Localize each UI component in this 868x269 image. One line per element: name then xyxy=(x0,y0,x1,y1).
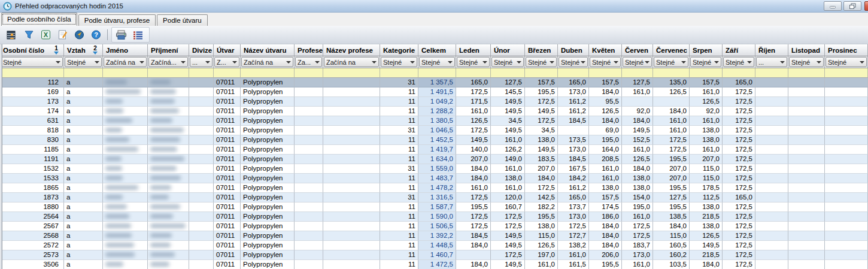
table-row[interactable]: 174a07011Polypropylen111 288,2161,0149,5… xyxy=(0,107,868,116)
table-row[interactable]: 112a07011Polypropylen311 357,5165,0127,5… xyxy=(0,78,868,87)
filter-input-m4[interactable] xyxy=(589,68,622,78)
col-header-m1[interactable]: Únor xyxy=(491,44,525,56)
filter-input-m8[interactable] xyxy=(723,68,755,78)
table-row[interactable]: 2573a07011Polypropylen111 460,7172,5197,… xyxy=(0,250,868,260)
table-row[interactable]: 1880a07011Polypropylen111 587,7195,5160,… xyxy=(0,202,868,212)
col-header-vztah[interactable]: Vztah2 xyxy=(64,44,103,56)
col-header-m9[interactable]: Říjen xyxy=(755,44,788,56)
filter-operator-dropdown-m8[interactable]: Stejné xyxy=(723,57,754,67)
table-row[interactable]: 2564a07011Polypropylen111 590,0172,5172,… xyxy=(0,212,868,222)
col-header-kategorie[interactable]: Kategorie xyxy=(380,44,418,56)
row-list-icon[interactable] xyxy=(130,28,145,41)
filter-input-m2[interactable] xyxy=(525,68,558,78)
col-header-celkem[interactable]: Celkem xyxy=(418,44,456,56)
filter-input-m0[interactable] xyxy=(456,68,491,78)
filter-input-vztah[interactable] xyxy=(64,68,103,78)
col-header-profese[interactable]: Profese xyxy=(295,44,323,56)
col-header-m4[interactable]: Květen xyxy=(589,44,622,56)
filter-operator-dropdown-prijmeni[interactable]: Začíná... xyxy=(148,57,188,67)
close-button[interactable] xyxy=(864,1,868,11)
minimize-button[interactable] xyxy=(824,1,842,11)
navigate-icon[interactable] xyxy=(72,28,86,41)
tab-podle-osobniho-cisla[interactable]: Podle osobního čísla xyxy=(1,13,77,26)
edit-icon[interactable] xyxy=(55,28,69,41)
filter-operator-dropdown-m7[interactable]: Stejné xyxy=(690,57,721,67)
filter-input-m11[interactable] xyxy=(825,68,868,78)
filter-input-utvar[interactable] xyxy=(214,68,241,78)
excel-export-icon[interactable]: X xyxy=(38,28,53,41)
filter-input-jmeno[interactable] xyxy=(103,68,148,78)
filter-input-divize[interactable] xyxy=(189,68,214,78)
table-row[interactable]: 830a07011Polypropylen111 452,5149,5161,0… xyxy=(0,135,868,145)
filter-input-m10[interactable] xyxy=(788,68,825,78)
filter-operator-dropdown-utvar[interactable]: Z... xyxy=(214,57,239,67)
filter-input-celkem[interactable] xyxy=(418,68,456,78)
col-header-osobni_cislo[interactable]: Osobní číslo1 xyxy=(0,44,64,56)
table-row[interactable]: 631a07011Polypropylen111 380,5126,534,51… xyxy=(0,116,868,126)
col-header-utvar[interactable]: Útvar xyxy=(214,44,241,56)
table-row[interactable]: 3506a07011Polypropylen111 472,5184,0149,… xyxy=(0,260,868,269)
filter-operator-dropdown-m4[interactable]: Stejné xyxy=(590,57,621,67)
filter-operator-dropdown-m10[interactable]: Stejné xyxy=(789,57,824,67)
filter-operator-dropdown-m5[interactable]: Stejné xyxy=(623,57,652,67)
filter-operator-dropdown-m2[interactable]: Stejné xyxy=(526,57,557,67)
filter-operator-dropdown-vztah[interactable]: Stejné xyxy=(65,57,102,67)
filter-operator-dropdown-m9[interactable]: ... xyxy=(756,57,787,67)
filter-input-m5[interactable] xyxy=(622,68,653,78)
help-icon[interactable]: ? xyxy=(89,28,103,41)
filter-operator-dropdown-m1[interactable]: Stejné xyxy=(491,57,524,67)
col-header-divize[interactable]: Divize xyxy=(189,44,214,56)
filter-input-m9[interactable] xyxy=(755,68,788,78)
table-row[interactable]: 1533a07011Polypropylen111 483,7184,0138,… xyxy=(0,174,868,183)
col-header-m7[interactable]: Srpen xyxy=(690,44,723,56)
table-row[interactable]: 2568a07011Polypropylen111 392,2184,5149,… xyxy=(0,231,868,241)
filter-icon[interactable] xyxy=(22,28,36,41)
table-row[interactable]: 173a07011Polypropylen111 049,2171,5149,5… xyxy=(0,97,868,107)
col-header-prijmeni[interactable]: Příjmení xyxy=(148,44,189,56)
table-row[interactable]: 1873a07011Polypropylen311 316,5172,5120,… xyxy=(0,193,868,202)
filter-input-nazev_profese[interactable] xyxy=(323,68,380,78)
filter-input-m7[interactable] xyxy=(690,68,723,78)
filter-operator-dropdown-jmeno[interactable]: Začíná na xyxy=(104,57,147,67)
filter-operator-dropdown-m6[interactable]: Stejné xyxy=(654,57,688,67)
filter-operator-dropdown-celkem[interactable]: Stejné xyxy=(419,57,455,67)
table-row[interactable]: 1865a07011Polypropylen111 478,2161,0161,… xyxy=(0,183,868,193)
filter-operator-dropdown-nazev_profese[interactable]: Začíná na xyxy=(324,57,379,67)
filter-input-nazev_utvaru[interactable] xyxy=(241,68,295,78)
filter-input-kategorie[interactable] xyxy=(380,68,418,78)
col-header-m3[interactable]: Duben xyxy=(558,44,589,56)
tab-podle-utvaru-profese[interactable]: Podle útvaru, profese xyxy=(78,14,156,26)
filter-operator-dropdown-profese[interactable]: Za... xyxy=(295,57,322,67)
table-row[interactable]: 818a07011Polypropylen311 046,5172,5149,5… xyxy=(0,126,868,135)
col-header-m2[interactable]: Březen xyxy=(525,44,558,56)
col-header-m11[interactable]: Prosinec xyxy=(825,44,868,56)
table-row[interactable]: 169a07011Polypropylen111 491,5172,5145,5… xyxy=(0,87,868,97)
tab-podle-utvaru[interactable]: Podle útvaru xyxy=(157,14,208,26)
filter-operator-dropdown-divize[interactable]: ... xyxy=(190,57,213,67)
filter-operator-dropdown-kategorie[interactable]: Stejné xyxy=(381,57,417,67)
columns-icon[interactable] xyxy=(5,28,19,41)
filter-input-m3[interactable] xyxy=(558,68,589,78)
restore-button[interactable] xyxy=(843,1,861,11)
col-header-jmeno[interactable]: Jméno xyxy=(103,44,148,56)
table-row[interactable]: 2567a07011Polypropylen111 506,5172,5172,… xyxy=(0,222,868,231)
filter-input-m6[interactable] xyxy=(653,68,690,78)
col-header-m6[interactable]: Červenec xyxy=(653,44,690,56)
table-row[interactable]: 2572a07011Polypropylen111 448,5184,0149,… xyxy=(0,241,868,250)
filter-operator-dropdown-osobni_cislo[interactable]: Stejné xyxy=(1,57,63,67)
filter-operator-dropdown-m11[interactable]: Stejné xyxy=(825,57,867,67)
col-header-m10[interactable]: Listopad xyxy=(788,44,825,56)
col-header-m0[interactable]: Leden xyxy=(456,44,491,56)
col-header-m5[interactable]: Červen xyxy=(622,44,653,56)
col-header-m8[interactable]: Září xyxy=(723,44,755,56)
filter-input-osobni_cislo[interactable] xyxy=(0,68,64,78)
filter-operator-dropdown-m0[interactable]: Stejné xyxy=(457,57,490,67)
filter-input-profese[interactable] xyxy=(295,68,323,78)
table-row[interactable]: 1185a07011Polypropylen111 419,7140,0126,… xyxy=(0,145,868,155)
filter-operator-dropdown-nazev_utvaru[interactable]: Začíná na xyxy=(241,57,293,67)
table-row[interactable]: 1191a07011Polypropylen111 634,0207,0149,… xyxy=(0,155,868,164)
col-header-nazev_profese[interactable]: Název profese xyxy=(323,44,380,56)
filter-operator-dropdown-m3[interactable]: Stejné xyxy=(559,57,588,67)
filter-input-prijmeni[interactable] xyxy=(148,68,189,78)
print-icon[interactable] xyxy=(114,28,128,41)
